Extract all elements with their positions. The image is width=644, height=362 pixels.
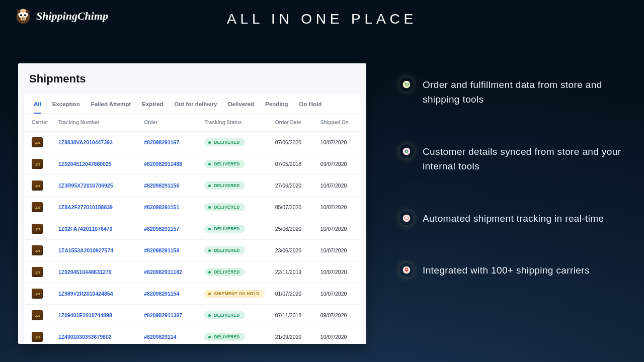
carrier-cell: ups	[24, 132, 53, 153]
col-shipped-on: Shipped On	[315, 114, 361, 132]
cart-icon	[399, 77, 414, 92]
order-link[interactable]: #82098291167	[144, 139, 179, 145]
status-dot-icon	[208, 163, 211, 165]
order-date-cell: 21/09/2020	[270, 326, 315, 344]
features-list: Order and fulfillment data from store an…	[399, 77, 624, 278]
table-row: ups1ZA1553A2010927574#82098291158DELIVER…	[24, 240, 361, 261]
status-label: SHIPMENT ON HOLD	[214, 291, 259, 296]
carrier-cell: ups	[24, 261, 53, 283]
ups-badge-icon: ups	[32, 202, 43, 212]
tracking-number-link[interactable]: 1Z989V2R2010424854	[58, 291, 113, 297]
carrier-cell: ups	[24, 175, 53, 197]
carrier-cell: ups	[24, 218, 53, 240]
tab-expired[interactable]: Expired	[142, 101, 163, 107]
shipped-on-cell: 09/07/2020	[315, 153, 361, 175]
order-date-cell: 07/05/2018	[270, 153, 315, 175]
carrier-cell: ups	[24, 326, 53, 344]
status-dot-icon	[208, 185, 211, 187]
status-badge-delivered: DELIVERED	[204, 160, 245, 168]
shipped-on-cell: 10/07/2020	[315, 261, 361, 283]
shipped-on-cell: 10/07/2020	[315, 132, 361, 153]
ups-badge-icon: ups	[32, 159, 43, 169]
order-date-cell: 22/11/2019	[270, 261, 315, 283]
carrier-cell: ups	[24, 305, 53, 326]
tab-delivered[interactable]: Delivered	[228, 101, 254, 107]
feature-item: Integrated with 100+ shipping carriers	[399, 263, 624, 278]
tab-all[interactable]: All	[34, 101, 41, 107]
ups-badge-icon: ups	[32, 224, 43, 234]
tracking-number-link[interactable]: 1Z0204512047880025	[58, 161, 112, 167]
shipments-card: AllExceptionFailed AttemptExpiredOut for…	[23, 94, 361, 344]
shipped-on-cell: 09/07/2020	[315, 305, 361, 326]
status-badge-delivered: DELIVERED	[204, 311, 245, 319]
tab-out-for-delivery[interactable]: Out for delivery	[174, 101, 217, 107]
tracking-number-link[interactable]: 1Z09401E2010744898	[58, 312, 112, 318]
order-link[interactable]: #82098291158	[144, 247, 179, 253]
feature-item: Order and fulfillment data from store an…	[399, 77, 624, 107]
tracking-number-link[interactable]: 1Z0204510448631279	[58, 269, 112, 275]
table-row: ups1Z8838VA2010447393#82098291167DELIVER…	[24, 132, 361, 153]
ups-badge-icon: ups	[32, 289, 43, 299]
status-dot-icon	[208, 206, 211, 209]
table-row: ups1Z3R95X72010706925#82098291156DELIVER…	[24, 175, 361, 197]
feature-text: Integrated with 100+ shipping carriers	[423, 263, 590, 278]
status-badge-delivered: DELIVERED	[204, 268, 245, 276]
status-cell: DELIVERED	[199, 305, 270, 326]
order-date-cell: 07/06/2020	[270, 132, 315, 153]
status-badge-delivered: DELIVERED	[204, 246, 245, 254]
status-cell: DELIVERED	[199, 197, 270, 218]
tab-failed-attempt[interactable]: Failed Attempt	[91, 101, 131, 107]
order-date-cell: 05/07/2020	[270, 197, 315, 218]
tab-on-hold[interactable]: On Hold	[299, 101, 321, 107]
status-cell: DELIVERED	[199, 326, 270, 344]
shipped-on-cell: 10/07/2020	[315, 197, 361, 218]
tab-pending[interactable]: Pending	[265, 101, 288, 107]
order-link[interactable]: #8209829114	[144, 334, 176, 340]
order-date-cell: 27/06/2020	[270, 175, 315, 197]
status-label: DELIVERED	[214, 226, 239, 231]
order-link[interactable]: #820982911182	[144, 269, 182, 275]
svg-point-12	[406, 85, 407, 86]
order-link[interactable]: #82098291154	[144, 291, 179, 297]
feature-text: Automated shipment tracking in real-time	[423, 211, 604, 226]
carrier-cell: ups	[24, 283, 53, 305]
order-link[interactable]: #82098291151	[144, 204, 179, 210]
order-link[interactable]: #820982911387	[144, 312, 182, 318]
table-row: ups1Z4901030353679602#8209829114DELIVERE…	[24, 326, 361, 344]
tracking-number-link[interactable]: 1Z3R95X72010706925	[58, 183, 113, 189]
tracking-number-link[interactable]: 1Z02FA742011076470	[58, 226, 112, 232]
table-row: ups1Z989V2R2010424854#82098291154SHIPMEN…	[24, 283, 361, 305]
status-cell: DELIVERED	[199, 175, 270, 197]
order-link[interactable]: #820982911488	[144, 161, 182, 167]
status-badge-delivered: DELIVERED	[204, 225, 245, 233]
carrier-cell: ups	[24, 240, 53, 261]
status-label: DELIVERED	[214, 140, 239, 145]
feature-text: Order and fulfillment data from store an…	[423, 77, 624, 107]
status-dot-icon	[208, 141, 211, 144]
order-link[interactable]: #82098291157	[144, 226, 179, 232]
order-link[interactable]: #82098291156	[144, 183, 179, 189]
shipped-on-cell: 10/07/2020	[315, 283, 361, 305]
status-cell: DELIVERED	[199, 240, 270, 261]
status-cell: DELIVERED	[199, 218, 270, 240]
table-row: ups1Z0204510448631279#820982911182DELIVE…	[24, 261, 361, 283]
status-badge-delivered: DELIVERED	[204, 333, 245, 341]
tracking-number-link[interactable]: 1ZA1553A2010927574	[58, 247, 113, 253]
feature-text: Customer details synced from store and y…	[423, 144, 624, 174]
status-cell: DELIVERED	[199, 153, 270, 175]
svg-point-11	[403, 81, 411, 88]
feature-item: Customer details synced from store and y…	[399, 144, 624, 174]
order-date-cell: 23/06/2020	[270, 240, 315, 261]
shipped-on-cell: 10/07/2020	[315, 326, 361, 344]
col-status: Tracking Status	[199, 114, 270, 132]
feature-item: Automated shipment tracking in real-time	[399, 211, 624, 226]
shipped-on-cell: 10/07/2020	[315, 240, 361, 261]
tracking-number-link[interactable]: 1Z8838VA2010447393	[58, 139, 113, 145]
tracking-number-link[interactable]: 1Z8A2F272010188839	[58, 204, 113, 210]
shipped-on-cell: 10/07/2020	[315, 218, 361, 240]
tab-exception[interactable]: Exception	[52, 101, 80, 107]
tracking-number-link[interactable]: 1Z4901030353679602	[58, 334, 112, 340]
table-row: ups1Z8A2F272010188839#82098291151DELIVER…	[24, 197, 361, 218]
ups-badge-icon: ups	[32, 310, 43, 320]
status-dot-icon	[208, 249, 211, 252]
